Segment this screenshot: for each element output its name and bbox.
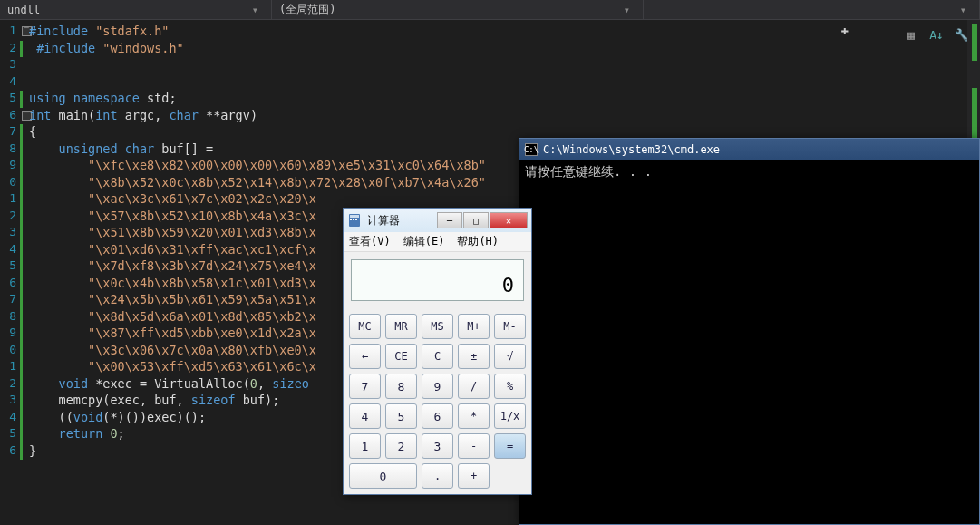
line-numbers: 12345678901234567890123456 xyxy=(0,20,20,525)
plus-button[interactable]: + xyxy=(458,463,490,489)
divide-button[interactable]: / xyxy=(458,374,490,399)
6-button[interactable]: 6 xyxy=(422,403,453,429)
minimize-button[interactable]: ─ xyxy=(437,212,462,228)
svg-rect-4 xyxy=(355,219,357,220)
mminus-button[interactable]: M- xyxy=(494,314,526,339)
9-button[interactable]: 9 xyxy=(422,374,453,399)
chevron-down-icon: ▾ xyxy=(955,4,972,16)
svg-rect-2 xyxy=(350,219,352,220)
close-button[interactable]: ✕ xyxy=(490,212,528,228)
ce-button[interactable]: CE xyxy=(385,344,417,369)
equals-button[interactable]: = xyxy=(494,433,526,459)
calc-menubar: 查看(V) 编辑(E) 帮助(H) xyxy=(344,232,531,252)
cmd-title: C:\Windows\system32\cmd.exe xyxy=(543,143,720,156)
svg-rect-3 xyxy=(353,219,354,220)
calc-keypad: MC MR MS M+ M- ← CE C ± √ 7 8 9 / % 4 5 … xyxy=(344,308,531,494)
cmd-window[interactable]: C:\ C:\Windows\system32\cmd.exe 请按任意键继续.… xyxy=(519,138,980,525)
c-button[interactable]: C xyxy=(422,344,453,369)
ms-button[interactable]: MS xyxy=(422,314,453,339)
menu-view[interactable]: 查看(V) xyxy=(349,234,391,249)
sqrt-button[interactable]: √ xyxy=(494,344,526,369)
cmd-icon: C:\ xyxy=(525,143,538,156)
scope-dropdown[interactable]: (全局范围)▾ xyxy=(272,0,644,19)
minus-button[interactable]: - xyxy=(458,433,490,459)
calculator-window[interactable]: 计算器 ─ □ ✕ 查看(V) 编辑(E) 帮助(H) 0 MC MR MS M… xyxy=(343,208,532,495)
multiply-button[interactable]: * xyxy=(458,403,490,429)
calculator-icon xyxy=(347,213,362,228)
4-button[interactable]: 4 xyxy=(349,403,381,429)
backspace-button[interactable]: ← xyxy=(349,344,381,369)
1-button[interactable]: 1 xyxy=(349,433,381,459)
2-button[interactable]: 2 xyxy=(385,433,417,459)
3-button[interactable]: 3 xyxy=(422,433,453,459)
mr-button[interactable]: MR xyxy=(385,314,417,339)
8-button[interactable]: 8 xyxy=(385,374,417,399)
top-toolbar: undll▾ (全局范围)▾ ▾ xyxy=(0,0,980,20)
file-dropdown[interactable]: undll▾ xyxy=(0,0,272,19)
0-button[interactable]: 0 xyxy=(349,463,417,489)
chevron-down-icon: ▾ xyxy=(618,4,636,16)
maximize-button[interactable]: □ xyxy=(463,212,489,228)
5-button[interactable]: 5 xyxy=(385,403,417,429)
svg-rect-1 xyxy=(350,215,359,218)
percent-button[interactable]: % xyxy=(494,374,526,399)
calc-title: 计算器 xyxy=(367,213,400,228)
calc-titlebar[interactable]: 计算器 ─ □ ✕ xyxy=(344,209,531,232)
7-button[interactable]: 7 xyxy=(349,374,381,399)
menu-edit[interactable]: 编辑(E) xyxy=(403,234,445,249)
chevron-down-icon: ▾ xyxy=(247,4,264,16)
cmd-titlebar[interactable]: C:\ C:\Windows\system32\cmd.exe xyxy=(519,139,979,160)
mc-button[interactable]: MC xyxy=(349,314,381,339)
cmd-output: 请按任意键继续. . . xyxy=(519,160,979,184)
mplus-button[interactable]: M+ xyxy=(458,314,490,339)
plusminus-button[interactable]: ± xyxy=(458,344,490,369)
reciprocal-button[interactable]: 1/x xyxy=(494,403,526,429)
calc-display: 0 xyxy=(351,259,524,301)
fold-markers xyxy=(20,20,29,525)
member-dropdown[interactable]: ▾ xyxy=(644,0,980,19)
menu-help[interactable]: 帮助(H) xyxy=(457,234,499,249)
decimal-button[interactable]: . xyxy=(422,463,453,489)
